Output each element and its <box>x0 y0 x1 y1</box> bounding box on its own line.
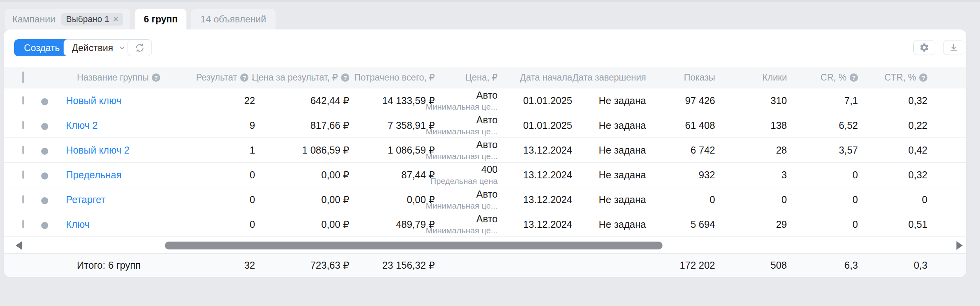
cell-spent: 87,44 ₽ <box>349 169 435 181</box>
table-header-row: Название группы ? Результат ? ↓ Цена за … <box>4 67 966 88</box>
cell-ctr: 0 <box>858 194 927 205</box>
scrollbar-thumb[interactable] <box>165 242 662 249</box>
cell-date-start: 01.01.2025 <box>498 95 572 106</box>
cell-ctr: 0,51 <box>858 219 927 230</box>
help-icon[interactable]: ? <box>919 73 927 82</box>
group-name-link[interactable]: Новый ключ 2 <box>66 145 130 156</box>
top-edge-divider <box>0 0 980 2</box>
row-checkbox[interactable] <box>22 146 24 154</box>
close-icon[interactable]: × <box>113 14 119 24</box>
row-checkbox[interactable] <box>22 170 24 179</box>
chevron-down-icon <box>118 44 126 52</box>
cell-date-end: Не задана <box>572 145 646 156</box>
column-header-shows: Показы <box>646 72 715 83</box>
refresh-button[interactable] <box>128 39 152 56</box>
cell-price: Авто Минимальная це... <box>435 90 498 112</box>
group-name-link[interactable]: Ключ <box>66 219 89 230</box>
help-icon[interactable]: ? <box>152 73 160 82</box>
column-header-name: Название группы ? <box>63 67 204 88</box>
cell-result: 0 <box>204 194 255 205</box>
cell-cost-per-result: 0,00 ₽ <box>255 219 349 230</box>
help-icon[interactable]: ? <box>341 73 349 82</box>
cell-date-end: Не задана <box>572 95 646 106</box>
selected-filter-badge-label: Выбрано 1 <box>66 14 109 24</box>
cell-date-start: 13.12.2024 <box>498 194 572 205</box>
help-icon[interactable]: ? <box>850 73 858 82</box>
cell-cr: 3,57 <box>787 145 858 156</box>
scroll-left-icon[interactable] <box>16 241 22 250</box>
cell-price: Авто Минимальная це... <box>435 114 498 136</box>
cell-spent: 7 358,91 ₽ <box>349 120 435 131</box>
cell-clicks: 28 <box>715 145 787 156</box>
cell-cr: 0 <box>787 219 858 230</box>
level-tabs: Кампании Выбрано 1 × 6 групп 14 объявлен… <box>5 9 276 29</box>
cell-date-start: 13.12.2024 <box>498 169 572 181</box>
price-strategy-label: Предельная цена <box>430 176 498 186</box>
cell-date-end: Не задана <box>572 169 646 181</box>
total-shows: 172 202 <box>646 260 715 271</box>
cell-date-start: 13.12.2024 <box>498 145 572 156</box>
group-name-link[interactable]: Ретаргет <box>66 194 106 205</box>
totals-label: Итого: 6 групп <box>63 260 204 271</box>
tab-groups-label: 6 групп <box>144 14 178 25</box>
totals-row: Итого: 6 групп 32 723,63 ₽ 23 156,32 ₽ 1… <box>4 253 966 277</box>
cell-cr: 0 <box>787 169 858 181</box>
column-header-spent: Потрачено всего, ₽ <box>349 72 435 83</box>
horizontal-scrollbar[interactable] <box>4 237 966 253</box>
scroll-right-icon[interactable] <box>956 241 963 250</box>
tab-campaigns[interactable]: Кампании Выбрано 1 × <box>5 9 130 29</box>
cell-date-end: Не задана <box>572 219 646 230</box>
cell-cr: 7,1 <box>787 95 858 106</box>
tab-ads[interactable]: 14 объявлений <box>191 9 276 29</box>
cell-shows: 0 <box>646 194 715 205</box>
row-checkbox[interactable] <box>22 121 24 129</box>
cell-spent: 1 086,59 ₽ <box>349 145 435 156</box>
cell-spent: 14 133,59 ₽ <box>349 95 435 106</box>
download-icon <box>949 42 959 53</box>
table-settings-button[interactable] <box>913 40 935 55</box>
cell-price: Авто Минимальная це... <box>435 139 498 161</box>
cell-shows: 6 742 <box>646 145 715 156</box>
total-cr: 6,3 <box>787 260 858 271</box>
toolbar: Создать Действия <box>4 29 966 67</box>
cell-result: 9 <box>204 120 255 131</box>
actions-dropdown-button[interactable]: Действия <box>64 39 134 56</box>
cell-clicks: 310 <box>715 95 787 106</box>
table-row: Ключ 2 9 817,66 ₽ 7 358,91 ₽ Авто Минима… <box>4 113 966 138</box>
price-strategy-label: Минимальная це... <box>426 152 498 161</box>
cell-cost-per-result: 642,44 ₽ <box>255 95 349 106</box>
cell-cr: 0 <box>787 194 858 205</box>
cell-date-end: Не задана <box>572 194 646 205</box>
row-checkbox[interactable] <box>22 195 24 203</box>
column-header-ctr: CTR, % ? <box>858 72 927 83</box>
group-name-link[interactable]: Новый ключ <box>66 95 121 106</box>
tab-groups-active[interactable]: 6 групп <box>135 9 186 29</box>
tab-ads-label: 14 объявлений <box>201 14 266 25</box>
group-name-link[interactable]: Ключ 2 <box>66 120 98 131</box>
create-button[interactable]: Создать <box>14 39 69 56</box>
help-icon[interactable]: ? <box>240 73 248 82</box>
table-row: Ключ 0 0,00 ₽ 489,79 ₽ Авто Минимальная … <box>4 212 966 237</box>
selected-filter-badge: Выбрано 1 × <box>61 13 123 26</box>
cell-result: 22 <box>204 95 255 106</box>
cell-spent: 489,79 ₽ <box>349 219 435 230</box>
cell-cost-per-result: 817,66 ₽ <box>255 120 349 131</box>
select-all-checkbox[interactable] <box>22 71 24 83</box>
tab-campaigns-label: Кампании <box>12 14 55 25</box>
cell-cost-per-result: 0,00 ₽ <box>255 194 349 205</box>
cell-ctr: 0,22 <box>858 120 927 131</box>
table-row: Новый ключ 2 1 1 086,59 ₽ 1 086,59 ₽ Авт… <box>4 138 966 163</box>
cell-price: Авто Минимальная це... <box>435 189 498 211</box>
cell-date-start: 13.12.2024 <box>498 219 572 230</box>
column-header-clicks: Клики <box>715 72 787 83</box>
price-strategy-label: Минимальная це... <box>426 201 498 211</box>
row-checkbox[interactable] <box>22 96 24 104</box>
cell-cost-per-result: 1 086,59 ₽ <box>255 145 349 156</box>
row-checkbox[interactable] <box>22 220 24 228</box>
export-button[interactable] <box>943 40 964 55</box>
group-name-link[interactable]: Предельная <box>66 169 122 181</box>
cell-shows: 5 694 <box>646 219 715 230</box>
cell-price: Авто Минимальная це... <box>435 213 498 235</box>
price-strategy-label: Минимальная це... <box>426 127 498 136</box>
cell-clicks: 138 <box>715 120 787 131</box>
